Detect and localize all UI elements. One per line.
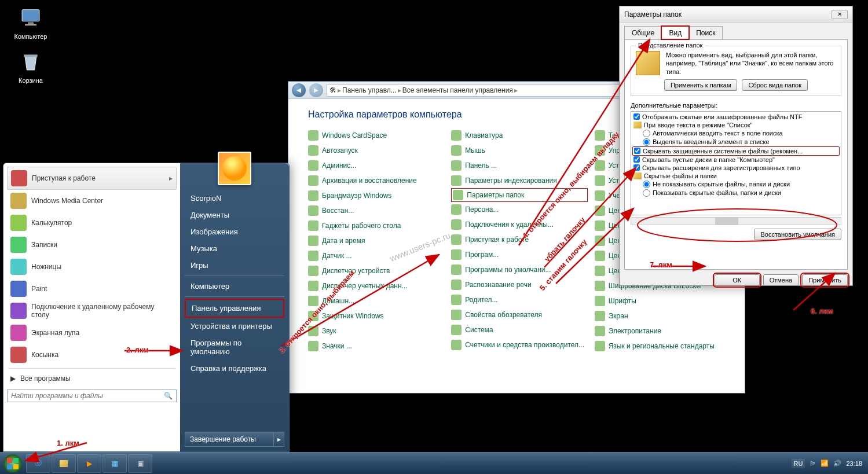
apply-button[interactable]: Применить <box>802 274 848 286</box>
cp-item[interactable]: Гаджеты рабочего стола <box>308 218 444 233</box>
cp-item[interactable]: Родител... <box>451 292 587 307</box>
sm-right-item[interactable]: Компьютер <box>185 278 284 295</box>
cp-item[interactable]: Програм... <box>451 247 587 262</box>
search-box[interactable]: 🔍 <box>7 390 177 402</box>
nav-forward-button[interactable]: ► <box>309 83 323 97</box>
cp-item[interactable]: Windows CardSpace <box>308 128 444 143</box>
search-input[interactable] <box>11 392 164 400</box>
taskbar-wmp[interactable]: ▶ <box>77 454 101 473</box>
fo-hscroll[interactable] <box>631 217 841 225</box>
tray-network-icon[interactable]: 📶 <box>821 460 829 467</box>
cp-item[interactable]: Архивация и восстановление <box>308 173 444 188</box>
cp-item[interactable]: Звук <box>308 324 444 339</box>
fo-option-row[interactable]: Скрывать защищенные системные файлы (рек… <box>632 146 840 156</box>
checkbox[interactable] <box>633 113 640 120</box>
cp-item[interactable]: Защитник Windows <box>308 308 444 324</box>
tab-search[interactable]: Поиск <box>688 26 723 39</box>
checkbox[interactable] <box>633 156 640 163</box>
sm-program-item[interactable]: Косынка <box>7 344 177 366</box>
cp-item[interactable]: Язык и региональные стандарты <box>595 339 731 354</box>
lang-indicator[interactable]: RU <box>792 459 805 468</box>
taskbar-ie[interactable]: ⓔ <box>26 454 50 473</box>
start-button[interactable] <box>0 453 25 475</box>
sm-right-item[interactable]: Панель управления <box>185 299 284 318</box>
tray-clock[interactable]: 23:18 <box>846 460 862 467</box>
checkbox[interactable] <box>633 164 640 171</box>
nav-back-button[interactable]: ◄ <box>292 83 306 97</box>
sm-program-item[interactable]: Ножницы <box>7 256 177 278</box>
sm-program-item[interactable]: Записки <box>7 234 177 256</box>
shutdown-menu-button[interactable]: ▸ <box>274 432 284 447</box>
radio[interactable] <box>643 130 650 137</box>
sm-program-item[interactable]: Приступая к работе▸ <box>7 167 177 190</box>
sm-user-name[interactable]: ScorpioN <box>185 190 284 207</box>
cp-item[interactable]: Счетчики и средства производител... <box>451 337 587 352</box>
cp-item[interactable]: Система <box>451 322 587 337</box>
sm-program-item[interactable]: Подключение к удаленному рабочему столу <box>7 300 177 322</box>
apply-to-folders-button[interactable]: Применить к папкам <box>664 79 738 91</box>
cp-item[interactable]: Админис... <box>308 158 444 173</box>
fo-option-row[interactable]: Скрывать расширения для зарегистрированн… <box>632 164 840 172</box>
tray-flag-icon[interactable]: 🏳 <box>810 460 816 467</box>
fo-option-row[interactable]: Выделять введенный элемент в списке <box>632 138 840 146</box>
fo-option-row[interactable]: Скрывать пустые диски в папке "Компьютер… <box>632 156 840 164</box>
cp-item[interactable]: Датчик ... <box>308 248 444 263</box>
reset-view-button[interactable]: Сброс вида папок <box>742 79 808 91</box>
sm-right-item[interactable]: Игры <box>185 257 284 274</box>
sm-program-item[interactable]: Paint <box>7 278 177 300</box>
fo-option-row[interactable]: Не показывать скрытые файлы, папки и дис… <box>632 180 840 189</box>
sm-program-item[interactable]: Экранная лупа <box>7 322 177 344</box>
taskbar-app1[interactable]: ▦ <box>102 454 127 473</box>
fo-option-row[interactable]: Автоматически вводить текст в поле поиск… <box>632 129 840 138</box>
radio[interactable] <box>643 181 650 188</box>
cp-item[interactable]: Клавиатура <box>451 128 587 143</box>
fo-option-row[interactable]: Скрытые файлы и папки <box>632 172 840 180</box>
tab-general[interactable]: Общие <box>624 26 662 39</box>
restore-defaults-button[interactable]: Восстановить умолчания <box>754 229 841 240</box>
sm-program-item[interactable]: Windows Media Center <box>7 190 177 212</box>
taskbar-app2[interactable]: ▣ <box>128 454 152 473</box>
cp-item[interactable]: Диспетчер учетных данн... <box>308 278 444 293</box>
cp-item[interactable]: Дата и время <box>308 233 444 248</box>
cp-item[interactable]: Приступая к работе <box>451 232 587 247</box>
cp-item[interactable]: Экран <box>595 308 731 324</box>
desktop-icon-computer[interactable]: Компьютер <box>10 6 51 41</box>
cp-item[interactable]: Распознавание речи <box>451 277 587 292</box>
close-button[interactable]: ✕ <box>832 10 848 19</box>
sm-right-item[interactable]: Справка и поддержка <box>185 360 284 377</box>
shutdown-button[interactable]: Завершение работы <box>185 432 274 447</box>
tray-volume-icon[interactable]: 🔊 <box>833 460 841 467</box>
sm-right-item[interactable]: Документы <box>185 207 284 223</box>
sm-right-item[interactable]: Программы по умолчанию <box>185 335 284 360</box>
fo-option-row[interactable]: При вводе текста в режиме "Список" <box>632 121 840 129</box>
cp-item[interactable]: Панель ... <box>451 158 587 173</box>
breadcrumb-seg[interactable]: Панель управл... <box>342 86 397 94</box>
cp-item[interactable]: Брандмауэр Windows <box>308 188 444 203</box>
fo-option-row[interactable]: Показывать скрытые файлы, папки и диски <box>632 189 840 197</box>
radio[interactable] <box>643 138 650 146</box>
cp-item[interactable]: Персона... <box>451 202 587 217</box>
checkbox[interactable] <box>634 148 640 154</box>
fo-advanced-list[interactable]: Отображать сжатые или зашифрованные файл… <box>631 111 841 215</box>
sm-right-item[interactable]: Устройства и принтеры <box>185 318 284 335</box>
cp-item[interactable]: Диспетчер устройств <box>308 263 444 278</box>
cp-item[interactable]: Параметры индексирования <box>451 173 587 188</box>
cp-item[interactable]: Программы по умолчани... <box>451 262 587 277</box>
taskbar-explorer[interactable] <box>52 454 76 473</box>
sm-program-item[interactable]: Калькулятор <box>7 212 177 234</box>
ok-button[interactable]: ОК <box>715 274 760 286</box>
breadcrumb-seg[interactable]: Все элементы панели управления <box>402 86 513 94</box>
cp-item[interactable]: Мышь <box>451 143 587 158</box>
cp-item[interactable]: Электропитание <box>595 324 731 339</box>
cp-item[interactable]: Параметры папок <box>451 188 587 202</box>
cp-item[interactable]: Автозапуск <box>308 143 444 158</box>
sm-right-item[interactable]: Изображения <box>185 223 284 240</box>
cp-item[interactable]: Домашн... <box>308 293 444 308</box>
desktop-icon-recycle[interactable]: Корзина <box>10 50 51 84</box>
fo-option-row[interactable]: Отображать сжатые или зашифрованные файл… <box>632 113 840 121</box>
cp-item[interactable]: Шрифты <box>595 293 731 308</box>
all-programs-button[interactable]: ▶ Все программы <box>7 371 177 386</box>
cancel-button[interactable]: Отмена <box>763 274 799 286</box>
sm-right-item[interactable]: Музыка <box>185 240 284 257</box>
radio[interactable] <box>643 189 650 197</box>
